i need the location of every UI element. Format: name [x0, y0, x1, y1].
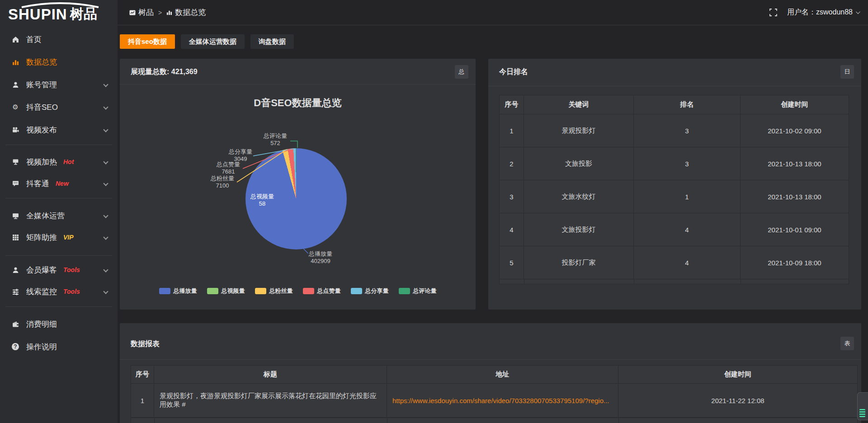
sidebar-item-matrix-boost[interactable]: 矩阵助推 VIP	[0, 228, 118, 246]
breadcrumb: 树品 > 数据总览	[129, 7, 206, 18]
column-header: 序号	[131, 366, 154, 383]
sidebar-item-label: 矩阵助推	[26, 232, 57, 243]
ranking-title: 今日排名	[499, 67, 528, 77]
total-view-button[interactable]: 总	[455, 65, 468, 79]
table-view-button[interactable]: 表	[840, 337, 854, 350]
table-row: 3 文旅水纹灯 1 2021-10-13 18:00	[500, 180, 849, 213]
tab-media-operation[interactable]: 全媒体运营数据	[181, 34, 245, 49]
pie-label-videos: 总视频量58	[246, 193, 278, 207]
tab-inquiry[interactable]: 询盘数据	[250, 34, 294, 49]
legend-item[interactable]: 总分享量	[351, 287, 389, 295]
logo-text-en: SHUPIN	[8, 7, 67, 22]
column-header: 创建时间	[741, 95, 849, 114]
sidebar-divider	[5, 255, 112, 256]
table-header-row: 序号 标题 地址 创建时间	[131, 366, 857, 384]
fullscreen-icon[interactable]	[769, 9, 777, 16]
column-header: 排名	[634, 95, 741, 114]
stack-icon	[859, 409, 865, 417]
pie-label-likes: 总点赞量7681	[214, 161, 242, 175]
table-row: 5 投影灯厂家 4 2021-10-09 18:00	[500, 246, 849, 279]
breadcrumb-item-home[interactable]: 树品	[129, 7, 154, 18]
chevron-down-icon	[103, 104, 108, 109]
home-icon	[11, 36, 20, 43]
sidebar-item-member-tools[interactable]: 会员爆客 Tools	[0, 261, 118, 279]
tab-douyin-seo[interactable]: 抖音seo数据	[120, 34, 175, 49]
sidebar-item-doketong[interactable]: 抖客通 New	[0, 174, 118, 193]
sidebar-item-video-heat[interactable]: 视频加热 Hot	[0, 153, 118, 171]
legend-item[interactable]: 总评论量	[399, 287, 437, 295]
sidebar: SHUPIN 树品 首页 数据总览 账号管理 ⚙ 抖音SEO 视频发布	[0, 0, 118, 423]
chevron-down-icon	[103, 82, 108, 87]
sidebar-item-help[interactable]: ? 操作说明	[0, 338, 118, 356]
hot-badge: Hot	[63, 158, 74, 165]
vip-badge: VIP	[63, 234, 74, 241]
tools-badge: Tools	[63, 266, 80, 273]
table-row: 1 景观投影灯 3 2021-10-02 09:00	[500, 114, 849, 147]
wallet-icon	[11, 321, 20, 328]
monitor-icon	[11, 212, 20, 219]
daily-view-button[interactable]: 日	[840, 65, 854, 79]
pie-label-fans: 总粉丝量7100	[208, 175, 236, 189]
chevron-down-icon	[103, 235, 108, 240]
chevron-down-icon	[103, 213, 108, 218]
table-row-partial	[500, 279, 849, 284]
table-row: 2 文旅投影 3 2021-10-13 18:00	[500, 147, 849, 180]
user-icon	[11, 267, 20, 273]
user-menu[interactable]: 用户名：zswodun88	[787, 8, 859, 17]
legend-item[interactable]: 总视频量	[207, 287, 245, 295]
side-chat-widget[interactable]	[857, 392, 868, 420]
screen-push-icon	[11, 159, 20, 165]
column-header: 关键词	[524, 95, 634, 114]
app-logo: SHUPIN 树品	[8, 3, 112, 25]
chevron-down-icon	[103, 289, 108, 294]
chevron-down-icon	[856, 9, 860, 14]
chart-legend: 总播放量 总视频量 总粉丝量 总点赞量 总分享量 总评论量	[120, 287, 476, 295]
legend-item[interactable]: 总粉丝量	[255, 287, 293, 295]
topbar: 树品 > 数据总览 用户名：zswodun88	[118, 0, 868, 25]
sidebar-item-clue-monitor[interactable]: 线索监控 Tools	[0, 282, 118, 301]
sidebar-item-label: 数据总览	[26, 57, 57, 67]
logo-arc	[9, 2, 111, 8]
panel-divider	[120, 84, 476, 85]
chevron-down-icon	[103, 127, 108, 132]
sidebar-item-home[interactable]: 首页	[0, 30, 118, 48]
video-link[interactable]: https://www.iesdouyin.com/share/video/70…	[392, 397, 609, 404]
report-title: 数据报表	[131, 339, 160, 349]
chat-icon	[11, 180, 20, 187]
legend-item[interactable]: 总播放量	[159, 287, 197, 295]
question-icon: ?	[11, 343, 20, 350]
panel-divider	[488, 86, 861, 86]
sidebar-item-label: 全媒体运营	[26, 211, 65, 221]
sidebar-item-label: 消费明细	[26, 319, 57, 329]
column-header: 序号	[500, 95, 524, 114]
sidebar-divider	[5, 145, 112, 145]
bar-chart-icon	[11, 59, 20, 66]
pie-label-comments: 总评论量572	[260, 132, 290, 147]
new-badge: New	[56, 180, 69, 187]
bar-chart-icon	[166, 9, 172, 15]
sidebar-item-label: 操作说明	[26, 342, 57, 352]
breadcrumb-item-current[interactable]: 数据总览	[166, 7, 206, 18]
video-camera-icon	[11, 127, 20, 133]
sidebar-item-media-operation[interactable]: 全媒体运营	[0, 207, 118, 225]
sidebar-item-account[interactable]: 账号管理	[0, 75, 118, 94]
sidebar-item-label: 线索监控	[26, 287, 57, 297]
impressions-total: 展现量总数: 421,369	[131, 67, 198, 77]
grid-icon	[11, 234, 20, 241]
breadcrumb-separator: >	[158, 9, 162, 16]
column-header: 创建时间	[618, 366, 857, 383]
table-row-partial	[131, 418, 857, 423]
sidebar-item-douyin-seo[interactable]: ⚙ 抖音SEO	[0, 98, 118, 116]
username-label: 用户名：zswodun88	[787, 8, 853, 17]
legend-item[interactable]: 总点赞量	[303, 287, 341, 295]
sidebar-item-video-publish[interactable]: 视频发布	[0, 121, 118, 139]
sliders-icon	[11, 288, 20, 295]
chevron-down-icon	[103, 159, 108, 164]
sidebar-item-consumption[interactable]: 消费明细	[0, 315, 118, 333]
user-icon	[11, 81, 20, 88]
chevron-down-icon	[103, 267, 108, 272]
pie-label-plays: 总播放量402909	[302, 250, 339, 265]
breadcrumb-label: 数据总览	[175, 7, 206, 18]
sidebar-item-label: 视频发布	[26, 125, 57, 135]
sidebar-item-data-overview[interactable]: 数据总览	[0, 53, 118, 71]
